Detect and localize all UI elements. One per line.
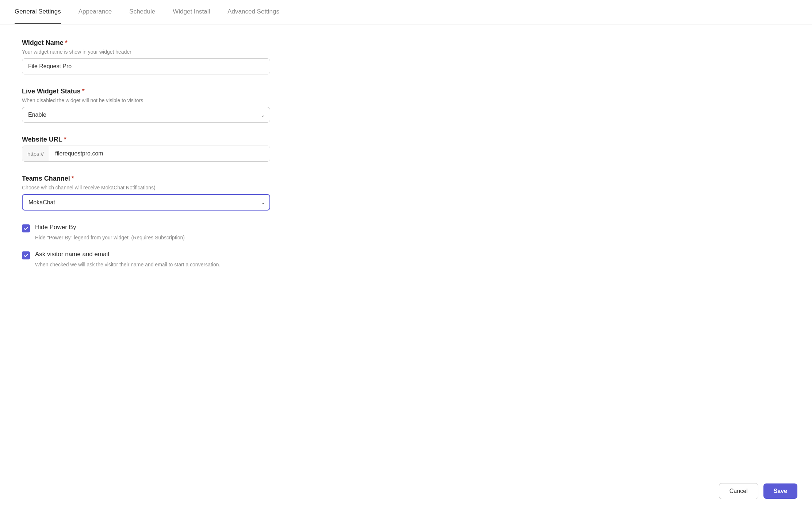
teams-channel-select[interactable]: MokaChat [22,194,270,211]
hide-power-by-label: Hide Power By [35,224,76,231]
live-widget-status-select[interactable]: Enable Disable [22,107,270,123]
ask-visitor-label: Ask visitor name and email [35,251,109,258]
url-prefix: https:// [22,146,49,161]
live-widget-status-label: Live Widget Status * [22,88,307,95]
hide-power-by-row: Hide Power By [22,224,307,232]
teams-channel-description: Choose which channel will receive MokaCh… [22,185,307,190]
main-content: Widget Name * Your widget name is show i… [0,24,329,292]
tab-schedule[interactable]: Schedule [129,0,155,24]
teams-channel-label: Teams Channel * [22,175,307,182]
teams-channel-section: Teams Channel * Choose which channel wil… [22,175,307,211]
website-url-input[interactable] [49,146,270,161]
live-widget-status-required: * [82,88,85,95]
website-url-label: Website URL * [22,136,307,143]
website-url-section: Website URL * https:// [22,136,307,162]
ask-visitor-checkbox[interactable] [22,251,30,259]
teams-channel-select-wrapper: MokaChat ⌄ [22,194,270,211]
hide-power-by-section: Hide Power By Hide "Power By" legend fro… [22,224,307,240]
tab-widget-install[interactable]: Widget Install [173,0,210,24]
ask-visitor-section: Ask visitor name and email When checked … [22,251,307,267]
tab-advanced-settings[interactable]: Advanced Settings [227,0,279,24]
widget-name-label: Widget Name * [22,39,307,47]
ask-visitor-row: Ask visitor name and email [22,251,307,259]
ask-visitor-description: When checked we will ask the visitor the… [35,262,307,267]
hide-power-by-description: Hide "Power By" legend from your widget.… [35,235,307,240]
website-url-required: * [64,136,66,143]
live-widget-status-select-wrapper: Enable Disable ⌄ [22,107,270,123]
widget-name-section: Widget Name * Your widget name is show i… [22,39,307,74]
live-widget-status-description: When disabled the widget will not be vis… [22,97,307,103]
website-url-input-wrapper: https:// [22,146,270,162]
tabs-navigation: General Settings Appearance Schedule Wid… [0,0,812,24]
tab-general-settings[interactable]: General Settings [15,0,61,24]
live-widget-status-section: Live Widget Status * When disabled the w… [22,88,307,123]
teams-channel-required: * [72,175,74,182]
tab-appearance[interactable]: Appearance [78,0,112,24]
widget-name-required: * [65,39,68,47]
hide-power-by-checkbox[interactable] [22,224,30,232]
widget-name-description: Your widget name is show in your widget … [22,49,307,55]
widget-name-input[interactable] [22,58,270,74]
